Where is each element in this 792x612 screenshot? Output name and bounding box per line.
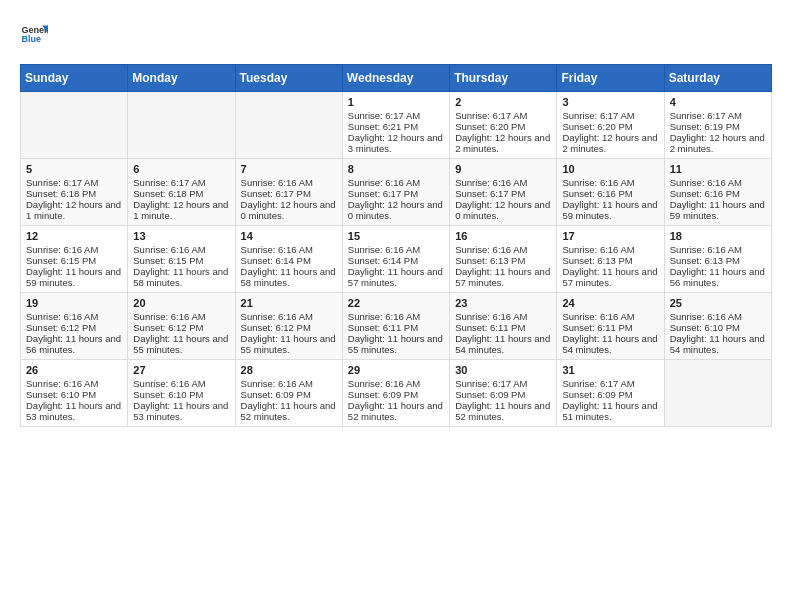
calendar-cell: 19Sunrise: 6:16 AMSunset: 6:12 PMDayligh… xyxy=(21,293,128,360)
daylight-text: Daylight: 11 hours and 54 minutes. xyxy=(562,333,657,355)
sunset-text: Sunset: 6:13 PM xyxy=(455,255,525,266)
calendar-cell: 2Sunrise: 6:17 AMSunset: 6:20 PMDaylight… xyxy=(450,92,557,159)
calendar-cell: 21Sunrise: 6:16 AMSunset: 6:12 PMDayligh… xyxy=(235,293,342,360)
sunrise-text: Sunrise: 6:16 AM xyxy=(670,311,742,322)
day-number: 3 xyxy=(562,96,658,108)
sunset-text: Sunset: 6:11 PM xyxy=(455,322,525,333)
sunset-text: Sunset: 6:15 PM xyxy=(133,255,203,266)
weekday-wednesday: Wednesday xyxy=(342,65,449,92)
daylight-text: Daylight: 11 hours and 59 minutes. xyxy=(562,199,657,221)
sunset-text: Sunset: 6:09 PM xyxy=(562,389,632,400)
day-number: 22 xyxy=(348,297,444,309)
weekday-tuesday: Tuesday xyxy=(235,65,342,92)
sunrise-text: Sunrise: 6:16 AM xyxy=(455,244,527,255)
calendar-cell: 23Sunrise: 6:16 AMSunset: 6:11 PMDayligh… xyxy=(450,293,557,360)
sunrise-text: Sunrise: 6:16 AM xyxy=(133,311,205,322)
sunrise-text: Sunrise: 6:17 AM xyxy=(455,110,527,121)
calendar-cell: 9Sunrise: 6:16 AMSunset: 6:17 PMDaylight… xyxy=(450,159,557,226)
sunrise-text: Sunrise: 6:16 AM xyxy=(348,378,420,389)
day-number: 19 xyxy=(26,297,122,309)
sunrise-text: Sunrise: 6:16 AM xyxy=(348,311,420,322)
sunset-text: Sunset: 6:11 PM xyxy=(562,322,632,333)
day-number: 25 xyxy=(670,297,766,309)
day-number: 4 xyxy=(670,96,766,108)
sunrise-text: Sunrise: 6:16 AM xyxy=(133,378,205,389)
day-number: 15 xyxy=(348,230,444,242)
sunset-text: Sunset: 6:11 PM xyxy=(348,322,418,333)
day-number: 7 xyxy=(241,163,337,175)
daylight-text: Daylight: 11 hours and 57 minutes. xyxy=(562,266,657,288)
daylight-text: Daylight: 12 hours and 0 minutes. xyxy=(348,199,443,221)
calendar-week-row: 1Sunrise: 6:17 AMSunset: 6:21 PMDaylight… xyxy=(21,92,772,159)
calendar-cell: 27Sunrise: 6:16 AMSunset: 6:10 PMDayligh… xyxy=(128,360,235,427)
sunset-text: Sunset: 6:09 PM xyxy=(241,389,311,400)
logo-icon: General Blue xyxy=(20,20,48,48)
weekday-monday: Monday xyxy=(128,65,235,92)
calendar-cell xyxy=(235,92,342,159)
sunset-text: Sunset: 6:10 PM xyxy=(670,322,740,333)
sunrise-text: Sunrise: 6:17 AM xyxy=(562,110,634,121)
calendar-cell: 25Sunrise: 6:16 AMSunset: 6:10 PMDayligh… xyxy=(664,293,771,360)
sunrise-text: Sunrise: 6:16 AM xyxy=(670,244,742,255)
day-number: 9 xyxy=(455,163,551,175)
sunrise-text: Sunrise: 6:16 AM xyxy=(241,378,313,389)
sunrise-text: Sunrise: 6:16 AM xyxy=(26,378,98,389)
page-header: General Blue xyxy=(20,20,772,48)
sunset-text: Sunset: 6:21 PM xyxy=(348,121,418,132)
day-number: 2 xyxy=(455,96,551,108)
weekday-header-row: SundayMondayTuesdayWednesdayThursdayFrid… xyxy=(21,65,772,92)
calendar-body: 1Sunrise: 6:17 AMSunset: 6:21 PMDaylight… xyxy=(21,92,772,427)
daylight-text: Daylight: 11 hours and 52 minutes. xyxy=(241,400,336,422)
sunset-text: Sunset: 6:18 PM xyxy=(133,188,203,199)
weekday-sunday: Sunday xyxy=(21,65,128,92)
sunrise-text: Sunrise: 6:16 AM xyxy=(562,177,634,188)
calendar-cell xyxy=(664,360,771,427)
logo: General Blue xyxy=(20,20,48,48)
calendar-cell: 4Sunrise: 6:17 AMSunset: 6:19 PMDaylight… xyxy=(664,92,771,159)
daylight-text: Daylight: 12 hours and 2 minutes. xyxy=(562,132,657,154)
sunset-text: Sunset: 6:20 PM xyxy=(562,121,632,132)
sunrise-text: Sunrise: 6:16 AM xyxy=(455,311,527,322)
sunrise-text: Sunrise: 6:16 AM xyxy=(670,177,742,188)
calendar-cell: 11Sunrise: 6:16 AMSunset: 6:16 PMDayligh… xyxy=(664,159,771,226)
daylight-text: Daylight: 11 hours and 56 minutes. xyxy=(26,333,121,355)
daylight-text: Daylight: 11 hours and 57 minutes. xyxy=(455,266,550,288)
calendar-cell: 20Sunrise: 6:16 AMSunset: 6:12 PMDayligh… xyxy=(128,293,235,360)
weekday-saturday: Saturday xyxy=(664,65,771,92)
calendar-cell: 24Sunrise: 6:16 AMSunset: 6:11 PMDayligh… xyxy=(557,293,664,360)
daylight-text: Daylight: 11 hours and 57 minutes. xyxy=(348,266,443,288)
day-number: 18 xyxy=(670,230,766,242)
day-number: 24 xyxy=(562,297,658,309)
calendar-cell: 16Sunrise: 6:16 AMSunset: 6:13 PMDayligh… xyxy=(450,226,557,293)
day-number: 8 xyxy=(348,163,444,175)
calendar-cell: 7Sunrise: 6:16 AMSunset: 6:17 PMDaylight… xyxy=(235,159,342,226)
calendar-cell: 1Sunrise: 6:17 AMSunset: 6:21 PMDaylight… xyxy=(342,92,449,159)
daylight-text: Daylight: 12 hours and 2 minutes. xyxy=(455,132,550,154)
sunset-text: Sunset: 6:16 PM xyxy=(670,188,740,199)
daylight-text: Daylight: 11 hours and 52 minutes. xyxy=(348,400,443,422)
calendar-cell: 15Sunrise: 6:16 AMSunset: 6:14 PMDayligh… xyxy=(342,226,449,293)
calendar-cell: 26Sunrise: 6:16 AMSunset: 6:10 PMDayligh… xyxy=(21,360,128,427)
calendar-cell: 18Sunrise: 6:16 AMSunset: 6:13 PMDayligh… xyxy=(664,226,771,293)
sunrise-text: Sunrise: 6:16 AM xyxy=(241,177,313,188)
daylight-text: Daylight: 11 hours and 53 minutes. xyxy=(26,400,121,422)
weekday-friday: Friday xyxy=(557,65,664,92)
daylight-text: Daylight: 11 hours and 58 minutes. xyxy=(133,266,228,288)
day-number: 31 xyxy=(562,364,658,376)
sunset-text: Sunset: 6:09 PM xyxy=(348,389,418,400)
sunset-text: Sunset: 6:17 PM xyxy=(241,188,311,199)
sunrise-text: Sunrise: 6:16 AM xyxy=(562,244,634,255)
sunrise-text: Sunrise: 6:17 AM xyxy=(348,110,420,121)
day-number: 13 xyxy=(133,230,229,242)
daylight-text: Daylight: 11 hours and 55 minutes. xyxy=(133,333,228,355)
day-number: 27 xyxy=(133,364,229,376)
daylight-text: Daylight: 11 hours and 54 minutes. xyxy=(670,333,765,355)
calendar-cell: 12Sunrise: 6:16 AMSunset: 6:15 PMDayligh… xyxy=(21,226,128,293)
sunset-text: Sunset: 6:14 PM xyxy=(348,255,418,266)
sunrise-text: Sunrise: 6:16 AM xyxy=(26,311,98,322)
calendar-cell: 10Sunrise: 6:16 AMSunset: 6:16 PMDayligh… xyxy=(557,159,664,226)
calendar-cell: 28Sunrise: 6:16 AMSunset: 6:09 PMDayligh… xyxy=(235,360,342,427)
sunset-text: Sunset: 6:15 PM xyxy=(26,255,96,266)
calendar-week-row: 26Sunrise: 6:16 AMSunset: 6:10 PMDayligh… xyxy=(21,360,772,427)
day-number: 30 xyxy=(455,364,551,376)
